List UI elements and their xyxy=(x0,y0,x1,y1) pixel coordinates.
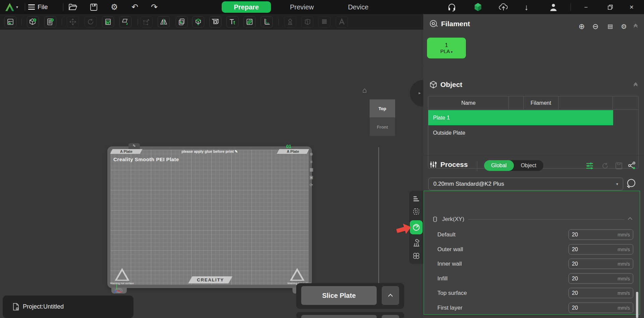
print-button-partial[interactable] xyxy=(301,315,377,318)
support-tool-button[interactable] xyxy=(284,16,296,28)
layers-tool-button[interactable] xyxy=(318,16,330,28)
build-plate[interactable]: ✎ 01 A Plate please apply glue before pr… xyxy=(107,146,312,288)
split-tool-button[interactable] xyxy=(301,16,313,28)
minimize-icon: – xyxy=(585,4,588,10)
param-input-infill[interactable]: 20mm/s xyxy=(569,273,633,284)
clean-plate-button[interactable] xyxy=(119,16,131,28)
pattern-tool-button[interactable] xyxy=(244,16,256,28)
boolean-tool-button[interactable] xyxy=(209,16,221,28)
close-button[interactable]: ✕ xyxy=(624,0,639,14)
mirror-tool-button[interactable] xyxy=(158,16,170,28)
rotate-tool-button[interactable] xyxy=(85,16,97,28)
seam-clover-button[interactable] xyxy=(412,252,420,260)
file-menu-button[interactable]: File xyxy=(28,0,48,14)
slice-options-button[interactable] xyxy=(382,286,399,305)
model-library-button[interactable] xyxy=(474,0,482,14)
app-logo-button[interactable]: ▾ xyxy=(5,0,18,14)
filament-slot-button[interactable]: 1 PLA▾ xyxy=(427,38,466,58)
support-button[interactable] xyxy=(447,0,456,14)
text-tool-button[interactable] xyxy=(226,16,238,28)
parameter-search-button[interactable] xyxy=(626,179,636,189)
toggle-global[interactable]: Global xyxy=(484,160,514,171)
tab-device[interactable]: Device xyxy=(342,1,374,13)
plate-grid-icon[interactable]: ▦ xyxy=(310,167,313,172)
slice-plate-button[interactable]: Slice Plate xyxy=(301,286,377,305)
filament-sync-button[interactable]: ▤ xyxy=(607,24,613,29)
panel-scrollbar[interactable] xyxy=(636,292,638,318)
viewcube-front-button[interactable]: Front xyxy=(370,118,395,136)
tab-preview[interactable]: Preview xyxy=(283,1,320,13)
param-input-top-surface[interactable]: 20mm/s xyxy=(569,288,633,298)
plate-lock-icon[interactable]: ▣ xyxy=(310,175,313,180)
clone-button[interactable] xyxy=(176,16,188,28)
save-preset-button[interactable] xyxy=(615,162,623,170)
add-model-button[interactable] xyxy=(27,16,39,28)
divider xyxy=(138,18,138,25)
param-input-inner-wall[interactable]: 20mm/s xyxy=(569,259,633,269)
download-button[interactable]: ↓ xyxy=(524,0,529,14)
tab-prepare[interactable]: Prepare xyxy=(222,1,271,13)
plate-close-icon[interactable]: ⊗ xyxy=(310,152,313,156)
view-slider-track[interactable] xyxy=(378,147,379,289)
filament-collapse-button[interactable] xyxy=(634,25,637,29)
open-file-button[interactable] xyxy=(68,0,77,14)
redo-button[interactable]: ↷ xyxy=(151,0,158,14)
column-header-filament[interactable]: Filament xyxy=(524,96,558,109)
object-row-outside-plate[interactable]: Outside Plate xyxy=(428,125,638,140)
preset-dropdown[interactable]: 0.20mm Standard@K2 Plus ▾ xyxy=(428,178,623,190)
move-tool-button[interactable] xyxy=(67,16,79,28)
jerk-group-header[interactable]: Jerk(XY) xyxy=(432,216,632,223)
process-sliders-icon xyxy=(429,161,437,169)
layer-steps-button[interactable] xyxy=(412,195,420,203)
home-view-button[interactable]: ⌂ xyxy=(362,86,367,95)
share-preset-button[interactable] xyxy=(628,161,636,170)
param-input-outer-wall[interactable]: 20mm/s xyxy=(569,244,633,255)
project-name-label: Project:Untitled xyxy=(23,303,64,310)
object-row-plate1[interactable]: Plate 1 xyxy=(428,110,613,125)
save-project-button[interactable] xyxy=(90,0,98,14)
support-blower-button[interactable] xyxy=(412,239,420,247)
transform-tool-button[interactable] xyxy=(141,16,153,28)
add-file-button[interactable] xyxy=(44,16,56,28)
gear-icon: ⚙ xyxy=(111,2,118,12)
preset-value: 0.20mm Standard@K2 Plus xyxy=(433,181,504,187)
param-input-default[interactable]: 20mm/s xyxy=(569,229,633,240)
selection-area-button[interactable] xyxy=(412,208,420,216)
viewport-3d[interactable]: ✎ 01 A Plate please apply glue before pr… xyxy=(0,30,423,318)
divider xyxy=(62,18,62,25)
reset-preset-button[interactable] xyxy=(601,162,609,170)
object-collapse-button[interactable] xyxy=(634,83,637,87)
column-header-lock[interactable] xyxy=(613,96,638,109)
filament-spool-icon xyxy=(429,19,438,28)
paint-support-button[interactable] xyxy=(192,16,204,28)
chevron-up-icon[interactable] xyxy=(628,217,632,222)
parameter-panel: Jerk(XY) Default 20mm/s Outer wall 20mm/… xyxy=(424,191,640,315)
minimize-button[interactable]: – xyxy=(578,0,594,14)
settings-button[interactable]: ⚙ xyxy=(111,0,118,14)
account-button[interactable] xyxy=(549,0,558,14)
column-header-extra[interactable] xyxy=(558,96,613,109)
parameter-tune-button[interactable] xyxy=(585,162,594,170)
column-header-name[interactable]: Name xyxy=(428,96,509,109)
print-options-partial[interactable] xyxy=(382,315,399,318)
process-section-title: Process xyxy=(440,161,468,169)
auto-arrange-button[interactable] xyxy=(102,16,114,28)
add-filament-button[interactable]: ⊕ xyxy=(579,23,585,30)
param-input-first-layer[interactable]: 20mm/s xyxy=(569,303,633,313)
viewcube-top-button[interactable]: Top xyxy=(370,99,395,118)
letter-tool-button[interactable] xyxy=(336,16,348,28)
restore-button[interactable] xyxy=(602,0,618,14)
divider xyxy=(278,18,279,25)
menu-icon xyxy=(28,4,35,10)
column-header-icon[interactable] xyxy=(509,96,524,109)
undo-button[interactable]: ↶ xyxy=(131,0,138,14)
remove-filament-button[interactable]: ⊖ xyxy=(592,23,598,30)
cloud-upload-button[interactable] xyxy=(499,0,508,14)
toggle-object[interactable]: Object xyxy=(514,160,544,171)
plate-list-icon[interactable]: ≡ xyxy=(310,160,313,164)
plate-sync-icon[interactable]: ⟳ xyxy=(310,183,313,187)
measure-tool-button[interactable] xyxy=(261,16,273,28)
plate-settings-button[interactable] xyxy=(4,16,16,28)
filament-settings-button[interactable]: ⚙ xyxy=(621,23,627,30)
download-icon: ↓ xyxy=(524,2,529,12)
